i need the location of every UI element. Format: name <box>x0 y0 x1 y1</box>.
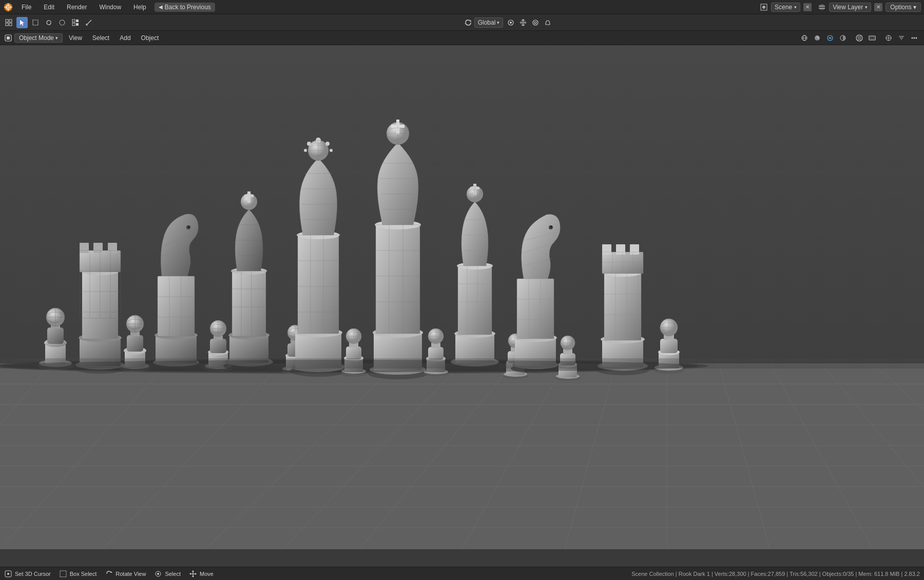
view-layer-expand-icon: ▾ <box>865 5 868 10</box>
proportional-edit-btn[interactable] <box>530 17 541 28</box>
scene-expand-icon: ▾ <box>794 5 797 10</box>
menu-render[interactable]: Render <box>63 3 91 12</box>
view-layer-selector[interactable]: View Layer ▾ <box>829 3 871 12</box>
svg-rect-15 <box>33 20 38 25</box>
svg-rect-209 <box>376 225 420 334</box>
header-select-menu[interactable]: Select <box>88 33 113 43</box>
svg-point-332 <box>7 573 9 575</box>
svg-rect-32 <box>7 36 10 40</box>
select-all-tool[interactable] <box>70 17 81 28</box>
svg-rect-94 <box>93 243 103 253</box>
view-layer-close-button[interactable]: ✕ <box>874 3 882 11</box>
svg-point-28 <box>533 20 538 25</box>
menu-help[interactable]: Help <box>129 3 150 12</box>
workspace-icon[interactable] <box>3 17 14 28</box>
select-tool-button[interactable] <box>16 17 28 28</box>
toolbar-bar: Global ▾ <box>0 14 924 31</box>
xray-btn[interactable] <box>867 32 878 44</box>
svg-marker-334 <box>111 571 112 573</box>
move-label: Move <box>200 571 214 577</box>
menu-edit[interactable]: Edit <box>40 3 59 12</box>
svg-marker-340 <box>192 576 194 577</box>
viewport-area[interactable]: User Perspective (1) Scene Collection | … <box>0 45 924 549</box>
svg-rect-322 <box>660 339 678 353</box>
pivot-point-btn[interactable] <box>505 17 516 28</box>
svg-rect-144 <box>232 271 266 336</box>
set-3d-cursor-status: Set 3D Cursor <box>4 570 51 578</box>
menu-window[interactable]: Window <box>95 3 125 12</box>
svg-rect-41 <box>871 37 874 39</box>
rendered-shading-btn[interactable] <box>837 32 849 44</box>
svg-point-50 <box>916 37 917 38</box>
svg-point-49 <box>914 37 915 38</box>
svg-rect-107 <box>127 335 143 352</box>
svg-rect-12 <box>6 23 8 26</box>
box-select-label: Box Select <box>70 571 97 577</box>
header-menu-bar: Object Mode ▾ View Select Add Object <box>0 31 924 45</box>
viewport-header-right <box>799 32 920 44</box>
svg-rect-11 <box>9 20 12 22</box>
svg-rect-148 <box>244 195 254 197</box>
view-layer-label: View Layer <box>833 4 863 11</box>
svg-rect-198 <box>346 346 361 359</box>
transform-orientation-label: Global <box>478 19 496 26</box>
cursor-status-icon <box>4 570 12 578</box>
scene-close-button[interactable]: ✕ <box>803 3 812 11</box>
svg-point-277 <box>550 226 552 228</box>
mode-expand-icon: ▾ <box>55 35 58 41</box>
viewport-gizmo-toggle[interactable] <box>883 32 894 44</box>
measure-tool[interactable] <box>83 17 94 28</box>
blender-logo[interactable] <box>3 2 13 12</box>
overlay-btn[interactable] <box>854 32 865 44</box>
svg-rect-133 <box>210 339 226 353</box>
scene-info: Scene Collection | Rook Dark 1 | Verts:2… <box>631 571 920 577</box>
view-layer-close-icon: ✕ <box>876 4 880 10</box>
move-status: Move <box>189 570 214 578</box>
back-to-previous-button[interactable]: ◀ Back to Previous <box>155 3 215 12</box>
back-to-previous-label: Back to Previous <box>165 4 211 11</box>
lasso-select-tool[interactable] <box>43 17 54 28</box>
svg-rect-305 <box>616 244 625 255</box>
solid-shading-btn[interactable] <box>812 32 823 44</box>
view-layer-icon-area <box>818 3 826 11</box>
svg-rect-243 <box>458 266 492 335</box>
svg-rect-19 <box>72 23 75 26</box>
svg-rect-333 <box>60 571 66 577</box>
svg-marker-339 <box>192 570 194 572</box>
select-status-icon <box>154 570 162 578</box>
header-add-menu[interactable]: Add <box>116 33 134 43</box>
wireframe-shading-btn[interactable] <box>799 32 810 44</box>
material-shading-btn[interactable] <box>824 32 836 44</box>
menu-file[interactable]: File <box>17 3 35 12</box>
rotate-view-status: Rotate View <box>105 570 146 578</box>
mode-icon <box>4 34 12 42</box>
viewport-extra-btn[interactable] <box>909 32 920 44</box>
transform-orientation-selector[interactable]: Global ▾ <box>474 17 504 28</box>
options-button[interactable]: Options ▾ <box>886 3 921 12</box>
svg-rect-79 <box>47 327 64 344</box>
scene-close-icon: ✕ <box>805 4 810 10</box>
proportional-type-btn[interactable] <box>542 17 553 28</box>
viewport-sync-icon <box>464 18 472 27</box>
select-label: Select <box>165 571 181 577</box>
svg-line-21 <box>86 20 91 25</box>
sync-icon <box>464 18 472 27</box>
svg-rect-95 <box>108 243 117 253</box>
snap-toggle-btn[interactable] <box>517 17 529 28</box>
header-view-menu[interactable]: View <box>65 33 86 43</box>
svg-rect-330 <box>0 358 924 369</box>
transform-expand-icon: ▾ <box>497 20 499 25</box>
circle-select-tool[interactable] <box>56 17 68 28</box>
svg-point-16 <box>60 20 65 25</box>
select-status: Select <box>154 570 181 578</box>
mode-selector[interactable]: Object Mode ▾ <box>14 33 63 43</box>
box-select-tool[interactable] <box>30 17 41 28</box>
svg-rect-9 <box>820 9 824 10</box>
viewport-filter-btn[interactable] <box>896 32 907 44</box>
scene-selector[interactable]: Scene ▾ <box>771 3 800 12</box>
header-object-menu[interactable]: Object <box>137 33 163 43</box>
svg-rect-118 <box>158 276 195 336</box>
mode-icon-area <box>4 34 12 42</box>
rotate-status-icon <box>105 570 113 578</box>
svg-marker-341 <box>189 573 191 575</box>
